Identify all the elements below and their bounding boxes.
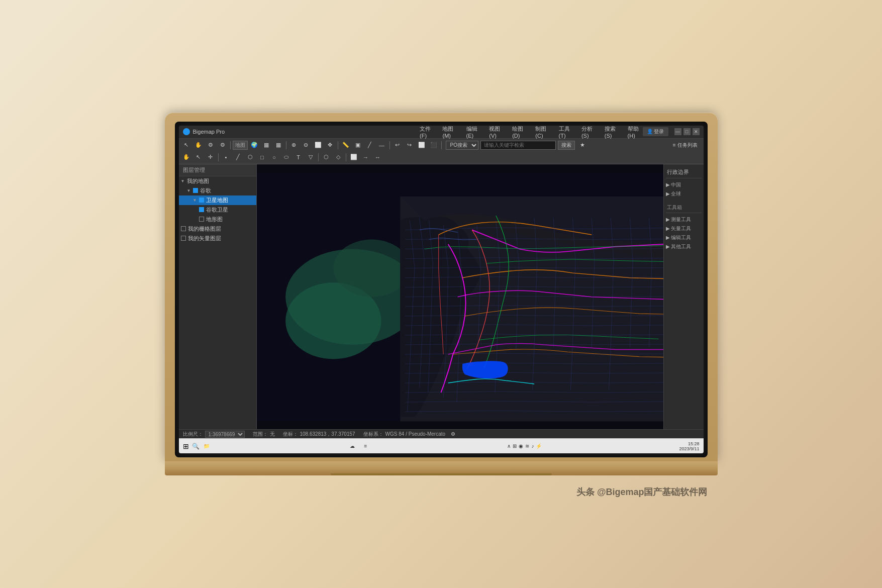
admin-china[interactable]: ▶ 中国 [666,180,702,189]
menu-map[interactable]: 地图(M) [440,126,458,139]
tool-pan[interactable]: ✥ [325,140,336,150]
tool-select-rect[interactable]: ⬜ [313,140,324,150]
menu-analysis[interactable]: 分析(S) [579,126,597,139]
menu-bar: 文件(F) 地图(M) 编辑(E) 视图(V) 绘图(D) 制图(C) 工具(T… [418,126,643,139]
tree-raster-layers[interactable]: 我的栅格图层 [179,224,256,234]
crs-label: 坐标系： [363,431,383,438]
tool-zoom-in[interactable]: ⚙ [205,140,216,150]
crs-settings-button[interactable]: ⚙ [447,429,458,439]
admin-global[interactable]: ▶ 全球 [666,189,702,199]
map-area[interactable] [257,164,663,430]
tree-check-vector[interactable] [181,236,186,241]
tool-edit-item[interactable]: ▶ 编辑工具 [666,233,702,242]
tool-measure-item[interactable]: ▶ 测量工具 [666,215,702,224]
tool-select[interactable]: ↖ [181,140,192,150]
tool-minus[interactable]: — [376,140,387,150]
tool-undo[interactable]: ↩ [392,140,403,150]
sys-icon-sound: ♪ [531,443,534,449]
tool-settings[interactable]: ⚙ [217,140,228,150]
minimize-button[interactable]: — [674,128,681,135]
menu-tools[interactable]: 工具(T) [557,126,573,139]
tool-line[interactable]: ╱ [364,140,375,150]
tool-area[interactable]: ▣ [352,140,363,150]
login-button[interactable]: 👤 登录 [643,127,668,136]
tool-crosshair[interactable]: ✛ [205,152,216,162]
tool-arrow-right[interactable]: → [360,152,371,162]
tool-snap[interactable]: ⬡ [321,152,332,162]
sys-icon-2: ◉ [519,443,523,449]
tool-ellipse[interactable]: ⬭ [281,152,292,162]
tree-vector-layers[interactable]: 我的矢量图层 [179,234,256,243]
tool-globe[interactable]: 🌍 [249,140,260,150]
menu-edit[interactable]: 编辑(E) [464,126,481,139]
clock-time: 15:28 [679,441,699,446]
tree-check-raster[interactable] [181,226,186,231]
scale-item: 比例尺： 1:36978669 [183,431,245,438]
tool-export[interactable]: ⬜ [348,152,359,162]
menu-file[interactable]: 文件(F) [418,126,434,139]
tree-my-maps[interactable]: ▼ 我的地图 [179,176,256,186]
toolbar-row-1: ↖ ✋ ⚙ ⚙ 地图 🌍 ▦ ▦ ⊕ ⊖ ⬜ [181,140,702,151]
tree-google-satellite[interactable]: 谷歌卫星 [179,205,256,215]
menu-search[interactable]: 搜索(S) [603,126,620,139]
taskbar-app2[interactable]: ≡ [361,442,370,451]
range-value: 无 [270,431,275,438]
search-type-dropdown[interactable]: PO搜索 [446,141,478,150]
tool-vector-item[interactable]: ▶ 矢量工具 [666,224,702,233]
menu-draw[interactable]: 绘图(D) [510,126,527,139]
sys-expand[interactable]: ∧ [507,443,511,449]
tool-hand2[interactable]: ✋ [181,152,192,162]
tool-layers[interactable]: ▦ [261,140,272,150]
tool-grid[interactable]: ▦ [273,140,284,150]
arrow-vector: ▶ [666,226,670,231]
tree-check-google-sat[interactable] [199,207,204,212]
menu-help[interactable]: 帮助(H) [626,126,643,139]
tool-copy[interactable]: ⬜ [416,140,427,150]
search-input[interactable] [480,141,556,150]
tool-hand[interactable]: ✋ [193,140,204,150]
tree-label-my-maps: 我的地图 [187,177,209,185]
menu-view[interactable]: 视图(V) [487,126,504,139]
toolbar-separator-6 [218,153,219,161]
start-button[interactable]: ⊞ [183,442,189,450]
taskbar-search-icon[interactable]: 🔍 [192,443,199,450]
tool-measure[interactable]: 📏 [340,140,351,150]
tool-other-item[interactable]: ▶ 其他工具 [666,242,702,251]
tree-google[interactable]: ▼ 谷歌 [179,186,256,195]
tool-rect[interactable]: □ [257,152,268,162]
close-button[interactable]: ✕ [693,128,700,135]
tool-arrow-both[interactable]: ↔ [372,152,383,162]
menu-cartography[interactable]: 制图(C) [533,126,550,139]
taskbar-file-manager[interactable]: 📁 [202,442,211,451]
tool-vertex[interactable]: ◇ [333,152,344,162]
right-panel: 行政边界 ▶ 中国 ▶ 全球 工具箱 ▶ [663,164,704,430]
tool-polyline[interactable]: ╱ [233,152,244,162]
tool-zoom-extent[interactable]: ⊕ [288,140,300,150]
tree-terrain-map[interactable]: 地形图 [179,215,256,224]
coords-value: 108.632813，37.370157 [300,431,355,438]
tree-check-satellite[interactable] [199,198,204,203]
tool-polygon[interactable]: ⬡ [245,152,256,162]
tool-pointer[interactable]: ↖ [193,152,204,162]
toolbar-separator-4 [389,141,390,149]
search-button[interactable]: 搜索 [558,141,575,150]
bookmark-button[interactable]: ★ [577,140,588,150]
tree-satellite-map[interactable]: ▼ 卫星地图 [179,195,256,205]
tool-zoom-out-btn[interactable]: ⊖ [301,140,312,150]
tree-label-raster: 我的栅格图层 [188,225,221,233]
taskbar-center: ☁ ≡ [348,442,370,451]
tree-check-google[interactable] [193,188,198,193]
taskbar: ⊞ 🔍 📁 ☁ ≡ ∧ ⊞ ◉ ≋ ♪ ⚡ [179,438,704,453]
tool-point[interactable]: • [221,152,232,162]
tool-delete[interactable]: ▽ [305,152,316,162]
taskbar-app1[interactable]: ☁ [348,442,357,451]
tool-circle[interactable]: ○ [269,152,280,162]
task-list-button[interactable]: ≡ 任务列表 [669,141,702,150]
tree-arrow-satellite: ▼ [193,198,198,203]
tree-check-terrain[interactable] [199,217,204,222]
scale-dropdown[interactable]: 1:36978669 [205,431,245,438]
tool-paste[interactable]: ⬛ [428,140,439,150]
tool-redo[interactable]: ↪ [404,140,415,150]
tool-text[interactable]: T [293,152,304,162]
restore-button[interactable]: □ [683,128,691,135]
